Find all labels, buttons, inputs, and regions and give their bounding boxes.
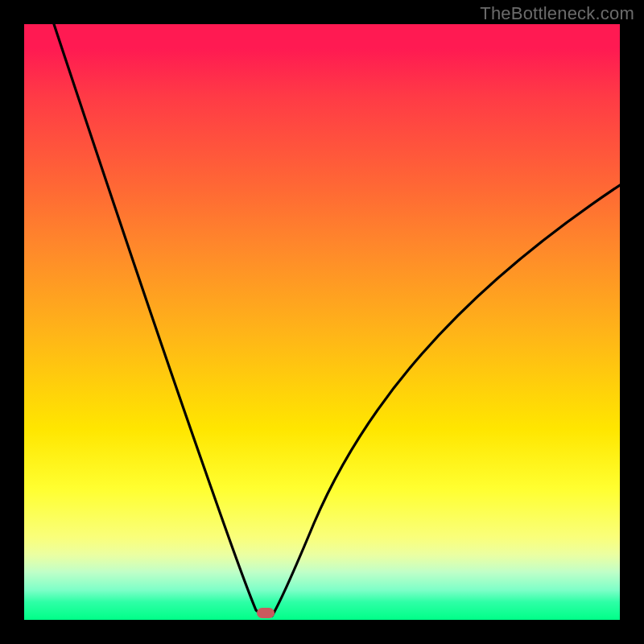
curve-path <box>54 24 620 616</box>
chart-frame: TheBottleneck.com <box>0 0 644 644</box>
optimal-marker <box>257 608 275 618</box>
plot-area <box>24 24 620 620</box>
bottleneck-curve <box>24 24 620 620</box>
watermark-text: TheBottleneck.com <box>480 3 634 24</box>
